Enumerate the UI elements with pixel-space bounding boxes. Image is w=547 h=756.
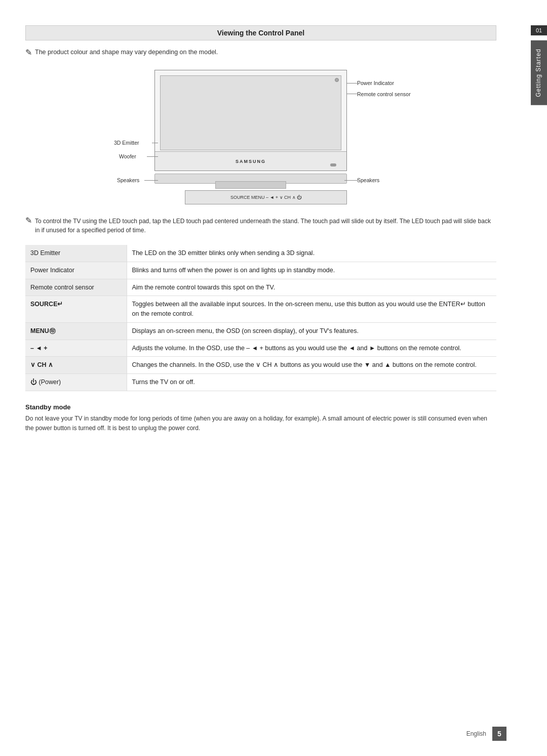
- table-desc-1: Blinks and turns off when the power is o…: [127, 262, 496, 279]
- line-remote: [347, 94, 358, 94]
- main-content: Viewing the Control Panel ✎ The product …: [25, 25, 517, 433]
- line-woofer: [147, 156, 158, 157]
- tv-logo: SAMSUNG: [236, 159, 266, 164]
- table-label-2: Remote control sensor: [25, 279, 127, 296]
- power-dot: [335, 78, 339, 82]
- control-bar: SOURCE MENU – ◄ + ∨ CH ∧ ⏻: [185, 190, 347, 204]
- label-speakers-right: Speakers: [357, 177, 379, 183]
- table-row: SOURCE↵Toggles between all the available…: [25, 296, 496, 323]
- tv-diagram: SAMSUNG SOURCE MENU – ◄ + ∨ CH ∧ ⏻ 3D Em…: [114, 65, 408, 206]
- table-row: 3D EmitterThe LED on the 3D emitter blin…: [25, 245, 496, 262]
- table-row: Power IndicatorBlinks and turns off when…: [25, 262, 496, 279]
- table-row: ∨ CH ∧Changes the channels. In the OSD, …: [25, 357, 496, 374]
- sidebar-tab: Getting Started: [531, 40, 547, 105]
- line-speakers-left: [144, 180, 158, 181]
- table-row: Remote control sensorAim the remote cont…: [25, 279, 496, 296]
- table-row: MENU㊞Displays an on-screen menu, the OSD…: [25, 322, 496, 340]
- page-footer: English 5: [0, 727, 547, 741]
- table-label-6: ∨ CH ∧: [25, 357, 127, 374]
- label-woofer: Woofer: [119, 153, 136, 159]
- table-desc-6: Changes the channels. In the OSD, use th…: [127, 357, 496, 374]
- table-label-5: – ◄ +: [25, 340, 127, 357]
- table-desc-3: Toggles between all the available input …: [127, 296, 496, 323]
- table-label-4: MENU㊞: [25, 322, 127, 340]
- line-speakers-right: [344, 180, 358, 181]
- note-icon: ✎: [25, 49, 32, 57]
- remote-sensor-hw: [330, 163, 336, 166]
- tv-screen: [160, 75, 341, 150]
- label-power-indicator: Power Indicator: [357, 80, 394, 86]
- standby-title: Standby mode: [25, 403, 496, 411]
- label-3d-emitter: 3D Emitter: [114, 140, 139, 146]
- table-label-7: ⏻ (Power): [25, 374, 127, 391]
- control-table: 3D EmitterThe LED on the 3D emitter blin…: [25, 245, 496, 391]
- table-desc-2: Aim the remote control towards this spot…: [127, 279, 496, 296]
- table-row: – ◄ +Adjusts the volume. In the OSD, use…: [25, 340, 496, 357]
- footer-lang: English: [466, 730, 486, 737]
- line-3d: [152, 143, 158, 143]
- page-number: 5: [492, 727, 506, 741]
- table-label-3: SOURCE↵: [25, 296, 127, 323]
- table-row: ⏻ (Power)Turns the TV on or off.: [25, 374, 496, 391]
- tv-body: SAMSUNG: [154, 70, 347, 171]
- standby-text: Do not leave your TV in standby mode for…: [25, 414, 496, 433]
- note-2: ✎ To control the TV using the LED touch …: [25, 217, 496, 235]
- tv-stand: [215, 181, 286, 189]
- section-title: Viewing the Control Panel: [25, 25, 496, 40]
- table-label-0: 3D Emitter: [25, 245, 127, 262]
- note-icon-2: ✎: [25, 217, 32, 225]
- table-desc-5: Adjusts the volume. In the OSD, use the …: [127, 340, 496, 357]
- table-label-1: Power Indicator: [25, 262, 127, 279]
- tv-bottom-bar: SAMSUNG: [155, 151, 346, 171]
- line-power: [347, 83, 358, 83]
- table-desc-7: Turns the TV on or off.: [127, 374, 496, 391]
- note-1: ✎ The product colour and shape may vary …: [25, 49, 496, 57]
- sidebar-number: 01: [531, 25, 547, 35]
- table-desc-0: The LED on the 3D emitter blinks only wh…: [127, 245, 496, 262]
- label-speakers-left: Speakers: [117, 177, 139, 183]
- table-desc-4: Displays an on-screen menu, the OSD (on …: [127, 322, 496, 340]
- standby-section: Standby mode Do not leave your TV in sta…: [25, 403, 496, 433]
- label-remote-sensor: Remote control sensor: [357, 91, 411, 97]
